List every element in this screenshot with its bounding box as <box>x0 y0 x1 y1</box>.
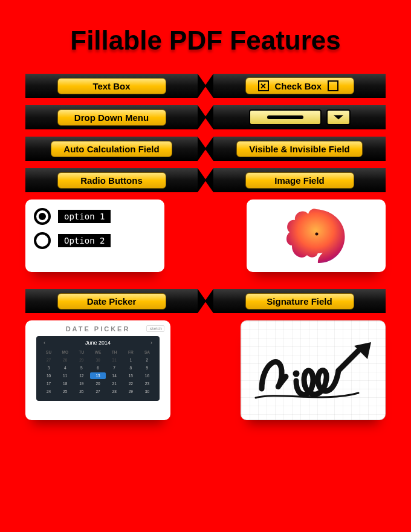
radio-option-2-label: Option 2 <box>58 234 111 247</box>
calendar-month: June 2014 <box>41 340 155 346</box>
calendar-day[interactable]: 4 <box>57 365 73 371</box>
calendar[interactable]: June 2014 SUMOTUWETHFRSA2728293031123456… <box>36 336 160 401</box>
calendar-grid: SUMOTUWETHFRSA27282930311234567891011121… <box>41 349 155 395</box>
svg-point-1 <box>316 233 319 236</box>
calendar-header-cell: MO <box>57 349 73 355</box>
row-autocalc-visibility: Auto Calculation Field Visible & Invisib… <box>0 137 411 161</box>
calendar-day[interactable]: 28 <box>107 388 122 395</box>
date-picker-brand: DATE PICKER <box>31 325 164 332</box>
pill-vis-invis[interactable]: Visible & Invisible Field <box>236 141 362 157</box>
calendar-day[interactable]: 25 <box>57 388 73 395</box>
check-box-label: Check Box <box>275 81 322 91</box>
calendar-day[interactable]: 31 <box>107 357 122 363</box>
page-title: Fillable PDF Features <box>0 25 411 56</box>
bar-auto-calc: Auto Calculation Field <box>25 137 198 161</box>
pill-drop-down[interactable]: Drop Down Menu <box>57 109 166 126</box>
dropdown-chevron-icon <box>326 109 351 125</box>
lion-icon <box>283 206 349 266</box>
calendar-day[interactable]: 22 <box>123 380 138 387</box>
date-picker-preview-card: .sketch DATE PICKER June 2014 SUMOTUWETH… <box>25 320 170 420</box>
bar-vis-invis: Visible & Invisible Field <box>213 137 386 161</box>
preview-row-1: option 1 Option 2 <box>0 199 411 272</box>
pill-check-box[interactable]: ✕ Check Box <box>245 77 354 94</box>
bar-text-box: Text Box <box>25 74 198 98</box>
bar-image-field: Image Field <box>213 168 386 192</box>
radio-option-1-label: option 1 <box>58 210 111 223</box>
svg-point-2 <box>293 370 300 377</box>
radio-option-1[interactable]: option 1 <box>34 208 156 225</box>
signature-preview-card[interactable] <box>241 320 386 420</box>
sketch-badge: .sketch <box>146 325 164 332</box>
pill-image-field[interactable]: Image Field <box>245 172 354 189</box>
calendar-day[interactable]: 29 <box>123 388 138 395</box>
checkbox-empty-icon <box>328 80 338 91</box>
calendar-day[interactable]: 3 <box>41 365 56 371</box>
radio-preview-card: option 1 Option 2 <box>25 199 164 272</box>
calendar-header-cell: SU <box>41 349 56 355</box>
calendar-day[interactable]: 11 <box>57 372 73 379</box>
preview-row-2: .sketch DATE PICKER June 2014 SUMOTUWETH… <box>0 320 411 420</box>
row-radio-image: Radio Buttons Image Field <box>0 168 411 192</box>
calendar-day[interactable]: 29 <box>74 357 89 363</box>
calendar-header-cell: SA <box>140 349 155 355</box>
signature-icon <box>253 337 374 404</box>
calendar-day[interactable]: 26 <box>74 388 89 395</box>
calendar-day[interactable]: 2 <box>140 357 155 363</box>
row-date-signature: Date Picker Signature Field <box>0 289 411 313</box>
calendar-day[interactable]: 27 <box>90 388 105 395</box>
bar-drop-down: Drop Down Menu <box>25 105 198 129</box>
calendar-day[interactable]: 17 <box>41 380 56 387</box>
calendar-day[interactable]: 21 <box>107 380 122 387</box>
pill-text-box[interactable]: Text Box <box>57 78 166 94</box>
calendar-day[interactable]: 23 <box>140 380 155 387</box>
calendar-day[interactable]: 1 <box>123 357 138 363</box>
pill-signature[interactable]: Signature Field <box>245 293 354 310</box>
calendar-day[interactable]: 12 <box>74 372 89 379</box>
checkbox-checked-icon: ✕ <box>258 80 269 91</box>
calendar-day[interactable]: 27 <box>41 357 56 363</box>
calendar-day[interactable]: 9 <box>140 365 155 371</box>
dropdown-body-icon <box>249 109 322 125</box>
bar-date-picker: Date Picker <box>25 289 198 313</box>
pill-date-picker[interactable]: Date Picker <box>57 293 166 310</box>
calendar-day[interactable]: 18 <box>57 380 73 387</box>
pill-auto-calc[interactable]: Auto Calculation Field <box>51 141 172 157</box>
bar-drop-down-graphic <box>213 105 386 129</box>
radio-selected-icon <box>34 208 51 225</box>
calendar-day[interactable]: 19 <box>74 380 89 387</box>
dropdown-example[interactable] <box>249 109 351 125</box>
image-preview-card <box>247 199 386 272</box>
calendar-day[interactable]: 13 <box>90 372 105 379</box>
radio-unselected-icon <box>34 232 51 249</box>
calendar-day[interactable]: 15 <box>123 372 138 379</box>
calendar-day[interactable]: 30 <box>90 357 105 363</box>
bar-radio: Radio Buttons <box>25 168 198 192</box>
calendar-day[interactable]: 14 <box>107 372 122 379</box>
calendar-day[interactable]: 20 <box>90 380 105 387</box>
row-textbox-checkbox: Text Box ✕ Check Box <box>0 74 411 98</box>
calendar-day[interactable]: 24 <box>41 388 56 395</box>
calendar-header-cell: TU <box>74 349 89 355</box>
calendar-day[interactable]: 8 <box>123 365 138 371</box>
calendar-day[interactable]: 10 <box>41 372 56 379</box>
calendar-day[interactable]: 6 <box>90 365 105 371</box>
bar-signature: Signature Field <box>213 289 386 313</box>
row-dropdown: Drop Down Menu <box>0 105 411 129</box>
calendar-day[interactable]: 7 <box>107 365 122 371</box>
bar-check-box: ✕ Check Box <box>213 74 386 98</box>
pill-radio[interactable]: Radio Buttons <box>57 172 166 189</box>
calendar-header-cell: WE <box>90 349 105 355</box>
svg-marker-0 <box>333 115 343 119</box>
calendar-header-cell: FR <box>123 349 138 355</box>
calendar-header-cell: TH <box>107 349 122 355</box>
calendar-day[interactable]: 28 <box>57 357 73 363</box>
radio-option-2[interactable]: Option 2 <box>34 232 156 249</box>
calendar-day[interactable]: 30 <box>140 388 155 395</box>
calendar-day[interactable]: 16 <box>140 372 155 379</box>
calendar-day[interactable]: 5 <box>74 365 89 371</box>
